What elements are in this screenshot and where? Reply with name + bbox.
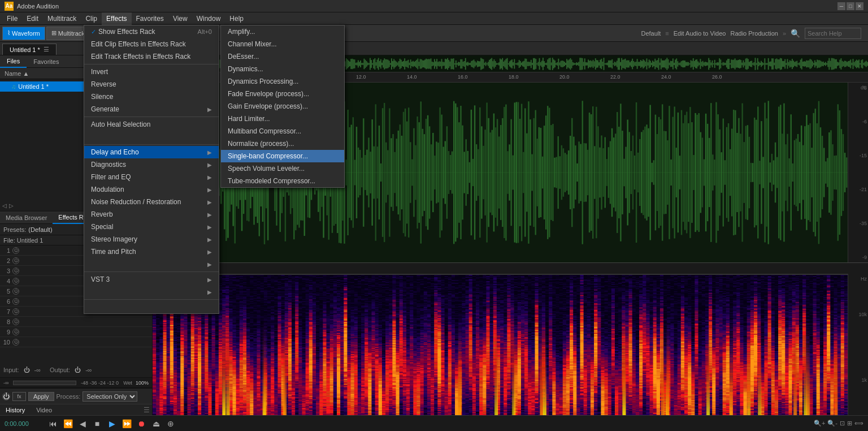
minimize-btn[interactable]: ─ [837,2,845,10]
expand-right-icon[interactable]: ▷ [9,202,14,209]
svg-rect-363 [583,62,584,66]
submenu-tube-modeled[interactable]: Tube-modeled Compressor... [221,175,344,187]
menu-edit-clip-effects[interactable]: Edit Clip Effects in Effects Rack [84,38,219,50]
menu-filter-eq[interactable]: Modulation ▶ [84,183,219,196]
favorites-tab[interactable]: Favorites [27,55,66,68]
submenu-fade-envelope[interactable]: Fade Envelope (process)... [221,88,344,100]
menu-silence[interactable]: Silence [84,90,219,103]
menu-amplitude-compression[interactable]: Delay and Echo ▶ [84,146,219,158]
svg-rect-889 [648,128,649,217]
menu-auto-heal[interactable] [84,131,219,143]
transport-loop-btn[interactable]: ⊕ [165,418,176,429]
menu-time-pitch[interactable]: ▶ [84,258,219,270]
svg-rect-985 [815,109,816,236]
video-tab[interactable]: Video [31,404,58,416]
track-power-1[interactable]: ⏻ [12,247,19,254]
menu-show-effects-rack[interactable]: ✓Show Effects Rack Alt+0 [84,25,219,38]
svg-rect-368 [589,61,590,67]
maximize-btn[interactable]: □ [847,2,854,10]
zoom-scroll-icon[interactable]: ⟺ [854,420,863,427]
menu-stereo-imagery[interactable]: Time and Pitch ▶ [84,245,219,258]
menu-delay-echo[interactable]: Diagnostics ▶ [84,158,219,171]
submenu-speech-volume[interactable]: Speech Volume Leveler... [221,162,344,175]
track-power-4[interactable]: ⏻ [12,278,19,285]
window-controls[interactable]: ─ □ ✕ [837,2,863,10]
svg-rect-579 [840,58,841,70]
submenu-gain-envelope[interactable]: Gain Envelope (process)... [221,100,344,113]
main-tab[interactable]: Untitled 1 * ☰ [2,44,57,55]
track-power-2[interactable]: ⏻ [12,257,19,264]
menu-window[interactable]: Window [192,12,225,25]
submenu-dynamics-proc[interactable]: Dynamics Processing... [221,75,344,88]
menu-audio-plugin[interactable] [84,301,219,313]
transport-return-btn[interactable]: ⏮ [47,418,59,429]
track-power-6[interactable]: ⏻ [12,298,19,305]
zoom-fit-icon[interactable]: ⊡ [840,420,845,427]
menu-diagnostics[interactable]: Filter and EQ ▶ [84,171,219,183]
close-btn[interactable]: ✕ [856,2,863,10]
menu-clip[interactable]: Clip [81,12,102,25]
menu-vst3[interactable]: ▶ [84,286,219,298]
menu-noise-reduction[interactable]: Reverb ▶ [84,208,219,221]
track-power-7[interactable]: ⏻ [12,308,19,315]
submenu-multiband[interactable]: Multiband Compressor... [221,125,344,137]
transport-stop-btn[interactable]: ■ [92,418,103,429]
menu-effects[interactable]: Effects [102,12,131,25]
transport-play-btn[interactable]: ▶ [106,418,118,429]
transport-eject-btn[interactable]: ⏏ [150,418,162,429]
expand-left-icon[interactable]: ◁ [2,202,7,209]
process-select[interactable]: Selection Only [83,391,137,402]
submenu-normalize[interactable]: Normalize (process)... [221,137,344,150]
media-browser-tab[interactable]: Media Browser [0,212,53,224]
svg-rect-334 [549,58,550,70]
edit-audio-btn[interactable]: Edit Audio to Video [674,30,726,37]
track-power-9[interactable]: ⏻ [12,329,19,335]
track-power-10[interactable]: ⏻ [12,339,19,346]
transport-rewind-btn[interactable]: ⏪ [62,418,73,429]
svg-rect-981 [808,125,809,220]
files-tab[interactable]: Files [0,55,27,68]
menu-match-loudness[interactable]: Auto Heal Selection [84,118,219,131]
transport-back-btn[interactable]: ◀ [77,418,88,429]
menu-invert[interactable]: Invert [84,66,219,78]
menu-reverse[interactable]: Reverse [84,78,219,90]
menu-file[interactable]: File [2,12,22,25]
menu-vst[interactable]: VST 3 ▶ [84,273,219,286]
menu-edit[interactable]: Edit [22,12,43,25]
track-power-5[interactable]: ⏻ [12,288,19,295]
track-power-8[interactable]: ⏻ [12,318,19,325]
menu-modulation[interactable]: Noise Reduction / Restoration ▶ [84,196,219,208]
zoom-in-icon[interactable]: 🔍+ [814,420,825,427]
submenu-amplify[interactable]: Amplify... [221,25,344,38]
presets-value[interactable]: (Default) [28,226,52,233]
transport-fwd-btn[interactable]: ⏩ [121,418,132,429]
spectral-canvas[interactable] [153,274,848,415]
history-tab[interactable]: History [0,404,31,416]
menu-edit-track-effects[interactable]: Edit Track Effects in Effects Rack [84,50,219,63]
fx-btn[interactable]: fx [12,392,26,401]
menu-generate[interactable]: Generate ▶ [84,103,219,115]
power-btn[interactable]: ⏻ [2,393,10,400]
svg-rect-717 [349,127,350,218]
svg-rect-896 [660,119,661,226]
main-tab-label: Untitled 1 * [10,46,40,53]
menu-special[interactable]: Stereo Imagery ▶ [84,233,219,245]
radio-prod-btn[interactable]: Radio Production [730,30,778,37]
track-power-3[interactable]: ⏻ [12,268,19,274]
menu-favorites[interactable]: Favorites [132,12,168,25]
menu-help[interactable]: Help [225,12,248,25]
submenu-hard-limiter[interactable]: Hard Limiter... [221,113,344,125]
submenu-dynamics[interactable]: Dynamics... [221,63,344,75]
zoom-all-icon[interactable]: ⊞ [847,420,852,427]
search-input[interactable] [805,28,861,39]
apply-btn[interactable]: Apply [28,392,54,401]
zoom-out-icon[interactable]: 🔍- [827,420,837,427]
menu-view[interactable]: View [168,12,192,25]
submenu-single-band[interactable]: Single-band Compressor... [221,150,344,162]
submenu-channel-mixer[interactable]: Channel Mixer... [221,38,344,50]
transport-record-btn[interactable]: ⏺ [136,418,147,429]
menu-multitrack[interactable]: Multitrack [43,12,81,25]
submenu-deesser[interactable]: DeEsser... [221,50,344,63]
waveform-btn[interactable]: ⌇ Waveform [2,27,45,40]
menu-reverb[interactable]: Special ▶ [84,221,219,233]
